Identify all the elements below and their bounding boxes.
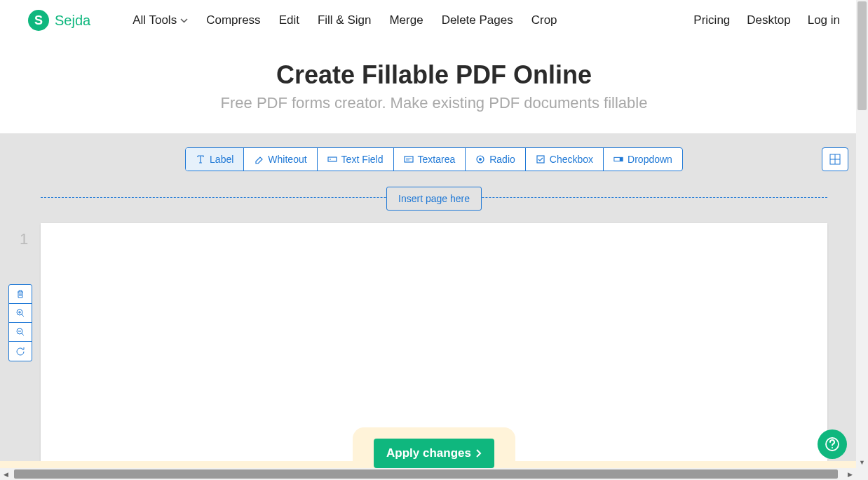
nav-desktop[interactable]: Desktop xyxy=(747,13,790,27)
help-button[interactable] xyxy=(818,429,847,459)
navbar: S Sejda All Tools Compress Edit Fill & S… xyxy=(0,0,868,41)
radio-icon xyxy=(475,154,485,164)
scrollbar-thumb[interactable] xyxy=(14,469,838,479)
nav-merge[interactable]: Merge xyxy=(389,13,423,27)
tool-textarea[interactable]: Textarea xyxy=(394,148,466,171)
side-toolbar xyxy=(8,284,32,361)
tool-dropdown[interactable]: Dropdown xyxy=(604,148,682,171)
hero: Create Fillable PDF Online Free PDF form… xyxy=(0,41,868,133)
tool-label-text: Label xyxy=(210,154,233,165)
scrollbar-thumb[interactable] xyxy=(857,1,867,110)
insert-page-button[interactable]: Insert page here xyxy=(386,187,482,211)
tool-text-field-text: Text Field xyxy=(341,154,384,165)
tool-dropdown-text: Dropdown xyxy=(628,154,672,165)
editor-area: Label Whiteout Text Field xyxy=(0,133,868,468)
rotate-button[interactable] xyxy=(9,342,32,361)
apply-wrapper: Apply changes xyxy=(353,427,515,468)
zoom-out-icon xyxy=(15,327,25,337)
chevron-right-icon xyxy=(475,448,482,458)
label-icon xyxy=(196,154,205,164)
zoom-in-button[interactable] xyxy=(9,304,32,323)
nav-pricing[interactable]: Pricing xyxy=(693,13,730,27)
page-title: Create Fillable PDF Online xyxy=(0,60,868,90)
eraser-icon xyxy=(254,154,264,164)
svg-rect-6 xyxy=(620,157,623,161)
grid-icon xyxy=(829,154,841,165)
logo[interactable]: S Sejda xyxy=(28,10,90,31)
brand-name: Sejda xyxy=(55,13,90,29)
svg-rect-4 xyxy=(537,156,544,163)
tool-whiteout[interactable]: Whiteout xyxy=(244,148,317,171)
chevron-down-icon xyxy=(180,18,188,23)
grid-toggle-button[interactable] xyxy=(822,147,848,171)
tool-group: Label Whiteout Text Field xyxy=(185,147,683,171)
tool-checkbox-text: Checkbox xyxy=(550,154,593,165)
nav-fill-sign[interactable]: Fill & Sign xyxy=(318,13,372,27)
svg-rect-1 xyxy=(405,156,413,162)
horizontal-scrollbar[interactable]: ◀ ▶ xyxy=(0,468,856,480)
tool-whiteout-text: Whiteout xyxy=(268,154,306,165)
nav-compress[interactable]: Compress xyxy=(206,13,260,27)
svg-rect-0 xyxy=(328,157,337,161)
vertical-scrollbar[interactable]: ▼ xyxy=(856,0,868,468)
zoom-out-button[interactable] xyxy=(9,323,32,342)
textarea-icon xyxy=(404,154,414,164)
apply-changes-button[interactable]: Apply changes xyxy=(374,439,494,468)
tool-radio[interactable]: Radio xyxy=(466,148,526,171)
logo-icon: S xyxy=(28,10,49,31)
tool-textarea-text: Textarea xyxy=(418,154,456,165)
nav-edit[interactable]: Edit xyxy=(279,13,299,27)
dropdown-icon xyxy=(613,154,623,164)
apply-label: Apply changes xyxy=(386,446,471,460)
scroll-right-icon[interactable]: ▶ xyxy=(844,468,856,480)
page-number: 1 xyxy=(20,230,28,248)
text-field-icon xyxy=(327,154,337,164)
nav-login[interactable]: Log in xyxy=(808,13,840,27)
checkbox-icon xyxy=(536,154,545,164)
scrollbar-corner xyxy=(856,468,868,480)
scroll-down-icon[interactable]: ▼ xyxy=(856,456,868,468)
tool-text-field[interactable]: Text Field xyxy=(318,148,394,171)
trash-icon xyxy=(15,289,25,299)
help-icon xyxy=(825,436,840,452)
tool-checkbox[interactable]: Checkbox xyxy=(526,148,604,171)
nav-all-tools[interactable]: All Tools xyxy=(133,13,188,27)
page-subtitle: Free PDF forms creator. Make existing PD… xyxy=(0,94,868,112)
nav-crop[interactable]: Crop xyxy=(531,13,557,27)
nav-all-tools-label: All Tools xyxy=(133,13,177,27)
zoom-in-icon xyxy=(15,308,25,318)
nav-delete-pages[interactable]: Delete Pages xyxy=(442,13,513,27)
svg-point-3 xyxy=(479,158,482,161)
scroll-left-icon[interactable]: ◀ xyxy=(0,468,12,480)
delete-page-button[interactable] xyxy=(9,285,32,304)
tool-radio-text: Radio xyxy=(489,154,515,165)
tool-label[interactable]: Label xyxy=(186,148,244,171)
rotate-icon xyxy=(15,347,25,356)
